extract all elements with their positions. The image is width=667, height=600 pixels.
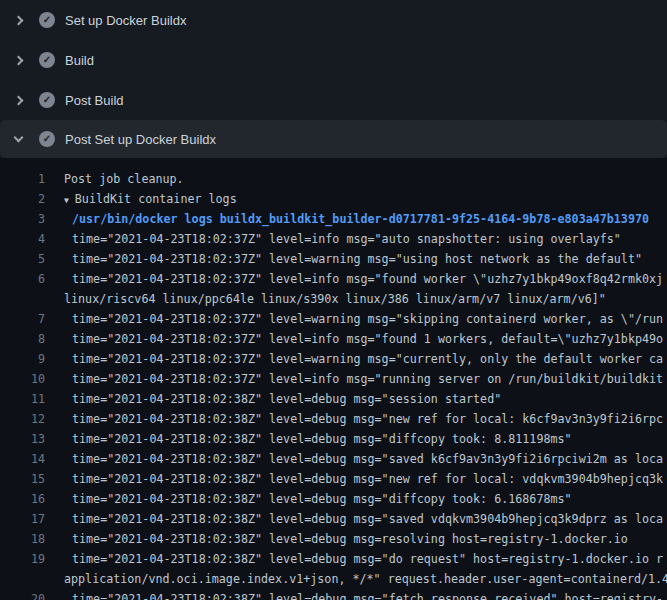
log-text: time="2021-04-23T18:02:38Z" level=debug … xyxy=(72,469,663,489)
line-number[interactable]: 15 xyxy=(0,469,45,489)
line-number[interactable]: 20 xyxy=(0,589,45,600)
log-line: application/vnd.oci.image.index.v1+json,… xyxy=(0,569,667,589)
log-line: 3/usr/bin/docker logs buildx_buildkit_bu… xyxy=(0,209,667,229)
check-circle-icon: ✓ xyxy=(39,12,55,28)
log-line: 12time="2021-04-23T18:02:38Z" level=debu… xyxy=(0,409,667,429)
log-text: time="2021-04-23T18:02:37Z" level=info m… xyxy=(72,269,663,289)
line-number[interactable]: 14 xyxy=(0,449,45,469)
line-number[interactable]: 1 xyxy=(0,169,45,189)
log-line: 6time="2021-04-23T18:02:37Z" level=info … xyxy=(0,269,667,289)
line-number xyxy=(0,289,45,309)
log-text: time="2021-04-23T18:02:37Z" level=info m… xyxy=(72,329,663,349)
log-line: 18time="2021-04-23T18:02:38Z" level=debu… xyxy=(0,529,667,549)
log-text: Post job cleanup. xyxy=(64,169,184,189)
line-number[interactable]: 9 xyxy=(0,349,45,369)
line-number[interactable]: 4 xyxy=(0,229,45,249)
line-number[interactable]: 16 xyxy=(0,489,45,509)
line-number[interactable]: 11 xyxy=(0,389,45,409)
chevron-right-icon xyxy=(13,55,23,65)
log-line: 4time="2021-04-23T18:02:37Z" level=info … xyxy=(0,229,667,249)
check-mark-icon: ✓ xyxy=(43,95,51,105)
log-line: 5time="2021-04-23T18:02:37Z" level=warni… xyxy=(0,249,667,269)
collapse-triangle-icon[interactable]: ▼ xyxy=(64,196,69,205)
line-number[interactable]: 13 xyxy=(0,429,45,449)
log-text: time="2021-04-23T18:02:38Z" level=debug … xyxy=(72,529,628,549)
chevron-right-icon xyxy=(13,15,23,25)
log-text: time="2021-04-23T18:02:37Z" level=warnin… xyxy=(72,309,663,329)
log-text: time="2021-04-23T18:02:38Z" level=debug … xyxy=(72,449,663,469)
step-header-post-build[interactable]: ✓ Post Build xyxy=(0,80,667,120)
line-number[interactable]: 12 xyxy=(0,409,45,429)
log-line: 9time="2021-04-23T18:02:37Z" level=warni… xyxy=(0,349,667,369)
line-number[interactable]: 6 xyxy=(0,269,45,289)
actions-log-viewer: ✓ Set up Docker Buildx ✓ Build ✓ Post Bu… xyxy=(0,0,667,600)
line-number xyxy=(0,569,45,589)
log-group-row[interactable]: ▼BuildKit container logs xyxy=(64,189,237,209)
log-line: 14time="2021-04-23T18:02:38Z" level=debu… xyxy=(0,449,667,469)
log-output: 1Post job cleanup.2▼BuildKit container l… xyxy=(0,158,667,600)
line-number[interactable]: 18 xyxy=(0,529,45,549)
log-line: 19time="2021-04-23T18:02:38Z" level=debu… xyxy=(0,549,667,569)
check-circle-icon: ✓ xyxy=(39,52,55,68)
log-text: time="2021-04-23T18:02:37Z" level=warnin… xyxy=(72,249,642,269)
command-text: /usr/bin/docker logs buildx_buildkit_bui… xyxy=(72,209,649,229)
line-number[interactable]: 10 xyxy=(0,369,45,389)
log-line: 15time="2021-04-23T18:02:38Z" level=debu… xyxy=(0,469,667,489)
chevron-box xyxy=(13,137,23,141)
step-title: Post Build xyxy=(65,93,124,108)
log-line: 16time="2021-04-23T18:02:38Z" level=debu… xyxy=(0,489,667,509)
log-line: 11time="2021-04-23T18:02:38Z" level=debu… xyxy=(0,389,667,409)
line-number[interactable]: 8 xyxy=(0,329,45,349)
log-line: 17time="2021-04-23T18:02:38Z" level=debu… xyxy=(0,509,667,529)
line-number[interactable]: 3 xyxy=(0,209,45,229)
log-text: time="2021-04-23T18:02:38Z" level=debug … xyxy=(72,429,572,449)
step-header-post-set-up-docker-buildx[interactable]: ✓ Post Set up Docker Buildx xyxy=(0,120,667,158)
line-number[interactable]: 2 xyxy=(0,189,45,209)
log-text: time="2021-04-23T18:02:37Z" level=info m… xyxy=(72,369,663,389)
check-mark-icon: ✓ xyxy=(43,134,51,144)
log-text: application/vnd.oci.image.index.v1+json,… xyxy=(64,569,667,589)
log-line: linux/riscv64 linux/ppc64le linux/s390x … xyxy=(0,289,667,309)
log-text: time="2021-04-23T18:02:38Z" level=debug … xyxy=(72,509,663,529)
chevron-box xyxy=(13,97,23,104)
log-line: 1Post job cleanup. xyxy=(0,169,667,189)
chevron-down-icon xyxy=(13,133,23,143)
log-text: time="2021-04-23T18:02:37Z" level=warnin… xyxy=(72,349,663,369)
line-number[interactable]: 5 xyxy=(0,249,45,269)
line-number[interactable]: 7 xyxy=(0,309,45,329)
step-header-build[interactable]: ✓ Build xyxy=(0,40,667,80)
log-text: time="2021-04-23T18:02:38Z" level=debug … xyxy=(72,589,663,600)
log-text: time="2021-04-23T18:02:37Z" level=info m… xyxy=(72,229,621,249)
chevron-box xyxy=(13,17,23,24)
log-line: 2▼BuildKit container logs xyxy=(0,189,667,209)
check-mark-icon: ✓ xyxy=(43,15,51,25)
group-title[interactable]: BuildKit container logs xyxy=(75,192,237,206)
step-header-set-up-docker-buildx[interactable]: ✓ Set up Docker Buildx xyxy=(0,0,667,40)
log-line: 13time="2021-04-23T18:02:38Z" level=debu… xyxy=(0,429,667,449)
log-text: linux/riscv64 linux/ppc64le linux/s390x … xyxy=(64,289,606,309)
chevron-right-icon xyxy=(13,95,23,105)
line-number[interactable]: 19 xyxy=(0,549,45,569)
log-text: time="2021-04-23T18:02:38Z" level=debug … xyxy=(72,549,663,569)
chevron-box xyxy=(13,57,23,64)
check-mark-icon: ✓ xyxy=(43,55,51,65)
step-title: Build xyxy=(65,53,94,68)
check-circle-icon: ✓ xyxy=(39,131,55,147)
log-line: 7time="2021-04-23T18:02:37Z" level=warni… xyxy=(0,309,667,329)
steps-list: ✓ Set up Docker Buildx ✓ Build ✓ Post Bu… xyxy=(0,0,667,158)
log-text: time="2021-04-23T18:02:38Z" level=debug … xyxy=(72,489,572,509)
step-title: Post Set up Docker Buildx xyxy=(65,132,216,147)
log-line: 10time="2021-04-23T18:02:37Z" level=info… xyxy=(0,369,667,389)
log-text: time="2021-04-23T18:02:38Z" level=debug … xyxy=(72,389,501,409)
step-title: Set up Docker Buildx xyxy=(65,13,186,28)
check-circle-icon: ✓ xyxy=(39,92,55,108)
log-text: time="2021-04-23T18:02:38Z" level=debug … xyxy=(72,409,663,429)
log-line: 8time="2021-04-23T18:02:37Z" level=info … xyxy=(0,329,667,349)
log-line: 20time="2021-04-23T18:02:38Z" level=debu… xyxy=(0,589,667,600)
line-number[interactable]: 17 xyxy=(0,509,45,529)
